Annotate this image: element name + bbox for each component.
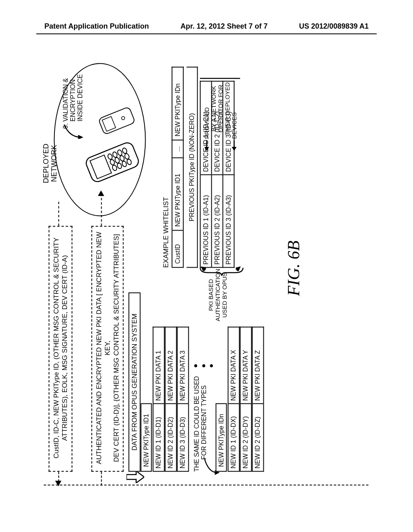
page: Patent Application Publication Apr. 12, … xyxy=(0,0,413,532)
data-group-2: NEW ID 1 (ID-DX)NEW PKI DATA X NEW ID 2 … xyxy=(228,327,264,472)
g1r2c1: NEW ID 2 (ID-D2) xyxy=(165,403,177,472)
conn-2a xyxy=(101,472,102,486)
data-group-1: NEW ID 1 (ID-D1)NEW PKI DATA 1 NEW ID 2 … xyxy=(153,327,189,472)
cap9-l3: INSIDE DEVICE xyxy=(77,56,84,129)
prov-l1: PROVIDED xyxy=(203,107,210,139)
header-center: Apr. 12, 2012 Sheet 7 of 7 xyxy=(180,22,267,31)
cap9-connector xyxy=(64,123,83,139)
bracket-arrow-top xyxy=(200,266,206,271)
pkitype-id1-header: NEW PKIType ID1 xyxy=(141,403,152,472)
g1r2c2: NEW PKI DATA 2 xyxy=(165,327,177,403)
gen-system-title: DATA FROM OPUS GENERATION SYSTEM xyxy=(129,293,141,472)
phone-large-icon xyxy=(84,138,141,187)
g2r1c1: NEW ID 1 (ID-DX) xyxy=(228,403,240,472)
msg-box-1: CustID, ID-C, NEW PKIType ID, (OTHER MSG… xyxy=(49,226,73,472)
prov-l5: DEVICES xyxy=(231,112,238,139)
header-rule xyxy=(36,33,377,34)
arrow-down-icon xyxy=(127,471,144,483)
wl-h-newid1: NEW PKIType ID1 xyxy=(172,158,184,230)
wl-h-custid: CustID xyxy=(172,230,184,268)
right-line xyxy=(200,75,240,82)
g2r3c2: NEW PKI DATA Z xyxy=(252,327,264,403)
cap9-l2: ENCRYPTION xyxy=(69,56,77,129)
note1-l2: FOR DIFFERENT TYPES xyxy=(200,339,208,472)
g1r3c1: NEW ID 3 (ID-D3) xyxy=(177,403,189,472)
caption-9: 9. VALIDATION & ENCRYPTION INSIDE DEVICE xyxy=(62,56,84,129)
wl-r3c1: PREVIOUS ID 3 (ID-A3) xyxy=(223,175,235,268)
wl-r1c1: PREVIOUS ID 1 (ID-A1) xyxy=(200,175,212,268)
dep-l1: DEPLOYED xyxy=(42,143,50,183)
svg-rect-17 xyxy=(99,107,135,135)
msg2-line2: DEV CERT (ID-D)], {OTHER MSG CONTROL & S… xyxy=(112,231,120,466)
phone-small-icon xyxy=(99,107,135,135)
g2r2c2: NEW PKI DATA Y xyxy=(240,327,252,403)
g1r3c2: NEW PKI DATA 3 xyxy=(177,327,189,403)
g2r2c1: NEW ID 2 (ID-DY) xyxy=(240,403,252,472)
prov-arrow-top xyxy=(204,141,209,151)
cap9-l1: 9. VALIDATION & xyxy=(62,56,69,129)
msg1-line1: CustID, ID-C, NEW PKIType ID, (OTHER MSG… xyxy=(52,231,60,466)
g1r1c1: NEW ID 1 (ID-D1) xyxy=(153,403,165,472)
figure-inner: CustID, ID-C, NEW PKIType ID, (OTHER MSG… xyxy=(44,62,369,486)
g2r1c2: NEW PKI DATA X xyxy=(228,327,240,403)
arrowhead-left-icon xyxy=(55,481,62,486)
sheet-divider xyxy=(44,485,369,486)
g1r1c2: NEW PKI DATA 1 xyxy=(153,327,165,403)
msg1-line2: ATTRIBUTES), EOLK, MSG SIGNATURE, DEV CE… xyxy=(60,231,69,466)
same-id-note: THE SAME ID COULD BE USED FOR DIFFERENT … xyxy=(193,339,208,472)
bracket-arrow-bot xyxy=(236,266,242,271)
whitelist-prev-header: PREVIOUS PKIType ID (NON-ZERO) xyxy=(187,67,198,268)
header-right: US 2012/0089839 A1 xyxy=(299,22,369,31)
wl-h-dots: ... xyxy=(172,140,184,158)
page-header: Patent Application Publication Apr. 12, … xyxy=(0,22,413,31)
pkitype-idn-header: NEW PKIType IDn xyxy=(216,403,227,472)
figure-label: FIG. 6B xyxy=(284,241,303,296)
wl-h-newidn: NEW PKIType IDn xyxy=(172,67,184,140)
whitelist-header-row: CustID NEW PKIType ID1 ... NEW PKIType I… xyxy=(172,67,184,268)
header-left: Patent Application Publication xyxy=(44,22,149,31)
figure-6b: CustID, ID-C, NEW PKIType ID, (OTHER MSG… xyxy=(0,112,413,436)
wl-r2c1: PREVIOUS ID 2 (ID-A2) xyxy=(212,175,223,268)
msg-box-2: AUTHENTICATED AND ENCRYPTED NEW PKI DATA… xyxy=(92,226,124,472)
msg2-line1: AUTHENTICATED AND ENCRYPTED NEW PKI DATA… xyxy=(95,231,112,466)
conn-1b xyxy=(58,202,59,226)
g2r3c1: NEW ID 2 (ID-DZ) xyxy=(252,403,264,472)
note1-l1: THE SAME ID COULD BE USED xyxy=(193,339,200,472)
prov-arrow-bot xyxy=(231,141,237,151)
svg-rect-3 xyxy=(84,141,140,184)
whitelist-title: EXAMPLE WHITELIST xyxy=(162,197,170,268)
